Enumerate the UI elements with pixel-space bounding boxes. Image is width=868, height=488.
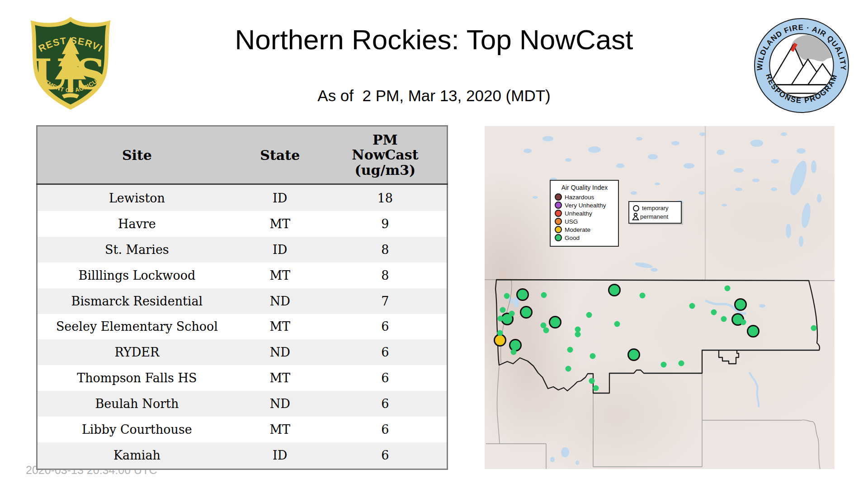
state-cell: ND — [236, 339, 324, 365]
map-marker-good — [586, 312, 592, 318]
value-cell: 9 — [324, 211, 448, 237]
map-marker-good — [504, 293, 510, 299]
aqi-legend-item: Good — [555, 234, 614, 241]
table-header-row: Site State PM NowCast (ug/m3) — [37, 126, 448, 184]
map-marker-good — [566, 366, 571, 372]
map-marker-good — [721, 316, 727, 322]
aqi-legend-title: Air Quality Index — [555, 184, 614, 191]
map-marker-good — [627, 348, 640, 361]
wfaqrp-logo: WILDLAND FIRE · AIR QUALITY RESPONSE PRO… — [753, 17, 850, 114]
aqi-swatch-icon — [555, 234, 562, 241]
table-row: Beulah NorthND6 — [37, 391, 448, 417]
map-marker-good — [593, 385, 599, 391]
permanent-row: permanent — [632, 212, 678, 221]
map-marker-good — [640, 293, 646, 299]
site-cell: St. Maries — [37, 237, 236, 263]
table-row: RYDERND6 — [37, 339, 448, 365]
state-cell: MT — [236, 314, 324, 340]
value-cell: 18 — [324, 184, 448, 211]
temporary-label: temporary — [642, 205, 669, 211]
map-marker-good — [567, 347, 573, 353]
table-row: KamiahID6 — [37, 442, 448, 469]
map-marker-good — [614, 321, 620, 327]
map-marker-good — [575, 332, 581, 338]
table-row: Seeley Elementary SchoolMT6 — [37, 314, 448, 340]
table-row: St. MariesID8 — [37, 237, 448, 263]
state-cell: ID — [236, 184, 324, 211]
state-cell: MT — [236, 211, 324, 237]
value-cell: 8 — [324, 237, 448, 263]
aqi-legend-items: HazardousVery UnhealthyUnhealthyUSGModer… — [555, 193, 614, 241]
site-cell: Bismarck Residential — [37, 288, 236, 314]
temporary-row: temporary — [632, 204, 678, 212]
temporary-marker-icon — [633, 205, 639, 211]
value-cell: 6 — [324, 391, 448, 417]
column-header-site: Site — [37, 126, 236, 184]
permanent-label: permanent — [640, 213, 668, 220]
column-header-state: State — [236, 126, 324, 184]
table-body: LewistonID18HavreMT9St. MariesID8Billlin… — [37, 184, 448, 469]
site-cell: Kamiah — [37, 442, 236, 469]
permanent-marker-icon — [632, 213, 639, 221]
map-marker-good — [541, 292, 547, 298]
aqi-item-label: USG — [565, 218, 578, 225]
value-cell: 6 — [324, 417, 448, 442]
state-cell: MT — [236, 263, 324, 288]
aqi-swatch-icon — [555, 193, 562, 201]
aqi-swatch-icon — [555, 218, 562, 225]
aqi-swatch-icon — [555, 210, 562, 217]
site-cell: RYDER — [37, 339, 236, 365]
state-cell: ND — [236, 288, 324, 314]
map-marker-good — [590, 353, 596, 359]
map-marker-good — [661, 362, 667, 368]
aqi-item-label: Good — [565, 235, 580, 241]
marker-type-legend: temporary permanent — [628, 201, 682, 224]
table-row: Bismarck ResidentialND7 — [37, 288, 448, 314]
site-cell: Lewiston — [37, 184, 236, 211]
site-cell: Havre — [37, 211, 236, 237]
aqi-legend-item: Hazardous — [555, 193, 614, 201]
table-row: LewistonID18 — [37, 184, 448, 211]
aqi-legend-item: Very Unhealthy — [555, 202, 614, 209]
value-cell: 7 — [324, 288, 448, 314]
map-marker-good — [608, 284, 621, 296]
map-marker-good — [689, 303, 695, 309]
aqi-legend: Air Quality Index HazardousVery Unhealth… — [550, 180, 619, 247]
column-header-pm-nowcast: PM NowCast (ug/m3) — [324, 126, 448, 184]
map-marker-good — [549, 316, 561, 328]
site-cell: Beulah North — [37, 391, 236, 417]
table-row: Billlings LockwoodMT8 — [37, 263, 448, 288]
site-cell: Billlings Lockwood — [37, 263, 236, 288]
aqi-item-label: Hazardous — [565, 194, 594, 201]
state-cell: ND — [236, 391, 324, 417]
site-cell: Thompson Falls HS — [37, 365, 236, 391]
state-cell: ID — [236, 237, 324, 263]
map-marker-good — [679, 361, 684, 366]
nowcast-table: Site State PM NowCast (ug/m3) LewistonID… — [36, 125, 448, 470]
slide: 2020-03-13 20:34:00 UTC FOREST SERVICE D… — [0, 0, 868, 488]
aqi-swatch-icon — [555, 226, 562, 233]
map-marker-good — [516, 288, 529, 301]
map-marker-good — [589, 378, 595, 384]
state-cell: ID — [236, 442, 324, 469]
wfaqrp-badge-icon: WILDLAND FIRE · AIR QUALITY RESPONSE PRO… — [753, 17, 850, 114]
site-cell: Libby Courthouse — [37, 417, 236, 442]
aqi-legend-item: Unhealthy — [555, 210, 614, 217]
aqi-legend-item: USG — [555, 218, 614, 225]
aqi-item-label: Moderate — [565, 226, 590, 233]
aqi-item-label: Very Unhealthy — [565, 202, 606, 209]
map-marker-good — [509, 311, 515, 317]
value-cell: 8 — [324, 263, 448, 288]
map-marker-good — [500, 307, 506, 313]
value-cell: 6 — [324, 314, 448, 340]
value-cell: 6 — [324, 365, 448, 391]
state-cell: MT — [236, 365, 324, 391]
page-subtitle: As of 2 PM, Mar 13, 2020 (MDT) — [0, 87, 868, 105]
map-marker-good — [511, 349, 517, 355]
marker-layer — [485, 126, 835, 469]
table-row: HavreMT9 — [37, 211, 448, 237]
map-marker-good — [741, 319, 746, 325]
map-marker-good — [497, 330, 503, 336]
monitor-map: Air Quality Index HazardousVery Unhealth… — [485, 126, 835, 469]
map-marker-good — [520, 306, 533, 319]
